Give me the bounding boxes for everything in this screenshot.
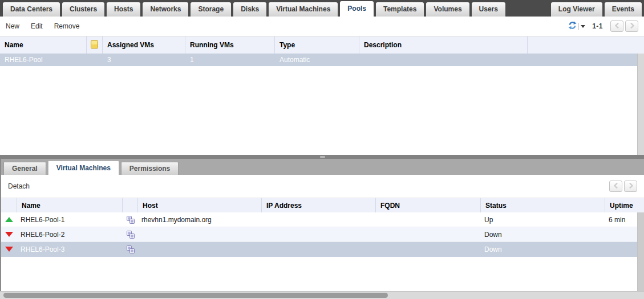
- horizontal-scrollbar[interactable]: [0, 291, 644, 299]
- vm-ip: [262, 227, 376, 241]
- chevron-left-icon: [613, 182, 619, 191]
- pool-name: RHEL6-Pool: [0, 54, 87, 66]
- detail-toolbar: Detach: [1, 175, 644, 198]
- tab-data-centers[interactable]: Data Centers: [3, 2, 60, 17]
- vm-status-cell: [1, 227, 17, 241]
- pools-table-body: RHEL6-Pool 3 1 Automatic: [0, 54, 644, 155]
- pool-note-cell: [87, 54, 103, 66]
- refresh-divider: [578, 23, 579, 30]
- vm-uptime: [605, 227, 637, 241]
- detail-tab-permissions[interactable]: Permissions: [121, 162, 179, 175]
- refresh-button[interactable]: [568, 21, 585, 31]
- splitter-handle-icon: [320, 156, 325, 158]
- vm-name: RHEL6-Pool-2: [17, 227, 123, 241]
- status-down-icon: [5, 247, 13, 252]
- vm-status-cell: [1, 242, 17, 256]
- tab-hosts[interactable]: Hosts: [107, 2, 140, 17]
- tab-events[interactable]: Events: [605, 2, 642, 17]
- column-header-vm-type-icon: [123, 198, 138, 212]
- toolbar-right-controls: 1-1: [568, 21, 638, 32]
- chevron-left-icon: [614, 22, 620, 31]
- new-button[interactable]: New: [6, 22, 19, 30]
- vm-status: Up: [481, 212, 605, 227]
- column-header-assigned-vms: Assigned VMs: [103, 36, 185, 54]
- vm-status: Down: [481, 227, 605, 241]
- tab-log-viewer[interactable]: Log Viewer: [551, 2, 602, 17]
- note-icon: [91, 40, 98, 51]
- tab-volumes[interactable]: Volumes: [426, 2, 469, 17]
- column-header-host: Host: [138, 198, 262, 212]
- vm-host: [138, 227, 262, 241]
- pool-running-vms: 1: [185, 54, 275, 66]
- vms-table-header: Name Host IP Address FQDN Status Uptime: [1, 198, 644, 212]
- pool-row-filler: [528, 54, 637, 66]
- detail-next-page-button[interactable]: [624, 181, 637, 192]
- tab-pools[interactable]: Pools: [340, 1, 374, 17]
- vm-row-rhel6-pool-2[interactable]: RHEL6-Pool-2 Down: [1, 227, 637, 242]
- vm-desktop-icon: [123, 212, 138, 227]
- status-up-icon: [5, 217, 13, 222]
- remove-button[interactable]: Remove: [54, 22, 80, 30]
- horizontal-scrollbar-thumb[interactable]: [3, 293, 388, 298]
- main-tab-bar: Data Centers Clusters Hosts Networks Sto…: [0, 0, 644, 17]
- column-header-uptime: Uptime: [605, 198, 644, 212]
- vm-fqdn: [376, 212, 481, 227]
- detail-pane: General Virtual Machines Permissions Det…: [0, 159, 644, 291]
- column-header-type: Type: [275, 36, 359, 54]
- vm-fqdn: [376, 227, 481, 241]
- tab-users[interactable]: Users: [472, 2, 505, 17]
- tab-templates[interactable]: Templates: [376, 2, 424, 17]
- vm-desktop-icon: [123, 227, 138, 241]
- tab-virtual-machines[interactable]: Virtual Machines: [269, 2, 338, 17]
- column-header-vm-status-icon: [1, 198, 17, 212]
- tab-networks[interactable]: Networks: [143, 2, 188, 17]
- vms-vertical-scrollbar[interactable]: [637, 212, 644, 291]
- pool-assigned-vms: 3: [103, 54, 185, 66]
- vm-status: Down: [481, 242, 605, 256]
- column-header-description: Description: [359, 36, 528, 54]
- detail-tab-general[interactable]: General: [3, 162, 46, 175]
- vm-host: rhevhn1.mydomain.org: [138, 212, 262, 227]
- column-header-running-vms: Running VMs: [185, 36, 275, 54]
- column-header-name: Name: [0, 36, 87, 54]
- vm-row-rhel6-pool-1[interactable]: RHEL6-Pool-1 rhevhn1.mydomain.org Up 6 m…: [1, 212, 637, 227]
- vm-fqdn: [376, 242, 481, 256]
- column-header-fqdn: FQDN: [376, 198, 481, 212]
- vm-ip: [262, 212, 376, 227]
- detail-pagination: [607, 181, 637, 192]
- caret-down-icon[interactable]: [581, 25, 585, 28]
- detail-tab-virtual-machines[interactable]: Virtual Machines: [48, 161, 119, 175]
- status-down-icon: [5, 232, 13, 237]
- next-page-button[interactable]: [625, 21, 638, 32]
- vm-row-rhel6-pool-3[interactable]: RHEL6-Pool-3 Down: [1, 242, 637, 257]
- tab-storage[interactable]: Storage: [191, 2, 231, 17]
- detach-button[interactable]: Detach: [8, 182, 30, 190]
- vm-desktop-icon: [123, 242, 138, 256]
- vm-status-cell: [1, 212, 17, 227]
- pane-splitter[interactable]: [0, 155, 644, 159]
- page-range-label: 1-1: [592, 22, 603, 30]
- vm-rows: RHEL6-Pool-1 rhevhn1.mydomain.org Up 6 m…: [1, 212, 637, 291]
- pool-row-rhel6-pool[interactable]: RHEL6-Pool 3 1 Automatic: [0, 54, 637, 66]
- vm-name: RHEL6-Pool-3: [17, 242, 123, 256]
- chevron-right-icon: [629, 22, 635, 31]
- detail-prev-page-button[interactable]: [609, 181, 622, 192]
- vm-uptime: 6 min: [605, 212, 637, 227]
- tab-clusters[interactable]: Clusters: [62, 2, 104, 17]
- tab-disks[interactable]: Disks: [233, 2, 266, 17]
- prev-page-button[interactable]: [610, 21, 623, 32]
- edit-button[interactable]: Edit: [31, 22, 43, 30]
- pools-vertical-scrollbar[interactable]: [637, 54, 644, 155]
- chevron-right-icon: [628, 182, 634, 191]
- column-header-filler: [528, 36, 644, 54]
- detail-tab-bar: General Virtual Machines Permissions: [1, 159, 644, 175]
- vms-table-body: RHEL6-Pool-1 rhevhn1.mydomain.org Up 6 m…: [1, 212, 644, 291]
- column-header-status: Status: [481, 198, 605, 212]
- refresh-icon: [568, 21, 577, 31]
- column-header-vm-name: Name: [17, 198, 123, 212]
- vm-ip: [262, 242, 376, 256]
- column-header-note: [87, 36, 103, 54]
- pool-description: [359, 54, 528, 66]
- column-header-ip-address: IP Address: [262, 198, 376, 212]
- pool-type: Automatic: [275, 54, 359, 66]
